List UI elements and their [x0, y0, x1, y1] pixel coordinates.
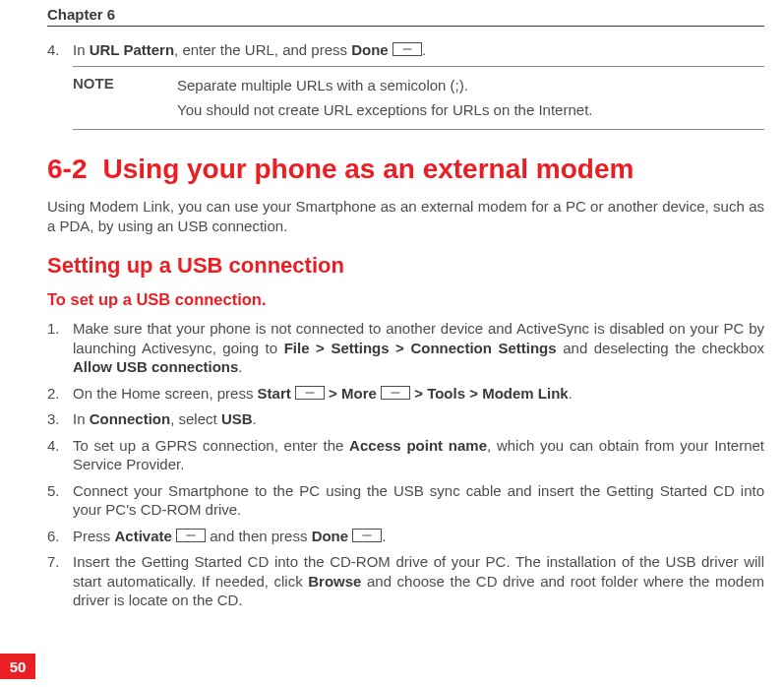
- step-number: 2.: [47, 384, 73, 404]
- text: .: [422, 41, 426, 58]
- menu-path: > Tools > Modem Link: [410, 385, 569, 402]
- list-item: 3. In Connection, select USB.: [47, 409, 764, 429]
- text: and deselecting the checkbox: [557, 340, 764, 356]
- text: In: [73, 410, 90, 427]
- text: On the Home screen, press: [73, 385, 258, 402]
- step-text: In URL Pattern, enter the URL, and press…: [73, 40, 764, 60]
- page-number-tab: 50: [0, 654, 35, 679]
- text: , select: [170, 410, 221, 427]
- softkey-label: Start: [258, 385, 291, 402]
- step-number: 7.: [47, 552, 73, 610]
- button-name: Browse: [308, 573, 361, 590]
- step-text: Press Activate and then press Done .: [73, 527, 764, 546]
- step-number: 5.: [47, 481, 73, 520]
- checkbox-name: Allow USB connections: [73, 358, 238, 375]
- list-item: 5. Connect your Smartphone to the PC usi…: [47, 481, 764, 520]
- list-item: 6. Press Activate and then press Done .: [47, 527, 764, 546]
- step-number: 4.: [47, 436, 73, 474]
- softkey-label: Activate: [115, 528, 172, 544]
- step-number: 3.: [47, 409, 73, 429]
- chapter-header: Chapter 6: [47, 0, 764, 27]
- step-text: Connect your Smartphone to the PC using …: [73, 481, 764, 520]
- step-text: In Connection, select USB.: [73, 409, 764, 429]
- text: In: [73, 41, 90, 58]
- step-text: To set up a GPRS connection, enter the A…: [73, 436, 764, 474]
- note-label: NOTE: [73, 75, 177, 122]
- softkey-icon: [176, 529, 206, 542]
- text: , enter the URL, and press: [174, 41, 351, 58]
- menu-path: File > Settings > Connection Settings: [284, 340, 557, 356]
- text: .: [569, 385, 573, 402]
- steps-list: 1. Make sure that your phone is not conn…: [47, 319, 764, 610]
- text: Connect your Smartphone to the PC using …: [73, 482, 764, 519]
- field-name: URL Pattern: [90, 41, 174, 58]
- text: .: [382, 528, 386, 544]
- note-body: Separate multiple URLs with a semicolon …: [177, 75, 764, 122]
- intro-step-row: 4. In URL Pattern, enter the URL, and pr…: [47, 40, 764, 60]
- softkey-label: > More: [325, 385, 377, 402]
- note-line-1: Separate multiple URLs with a semicolon …: [177, 75, 764, 96]
- step-number: 6.: [47, 527, 73, 546]
- option-value: USB: [221, 410, 253, 427]
- softkey-label: Done: [312, 528, 349, 544]
- step-number: 1.: [47, 319, 73, 377]
- step-number: 4.: [47, 40, 73, 60]
- sub-heading: Setting up a USB connection: [47, 253, 764, 279]
- softkey-icon: [381, 386, 410, 400]
- softkey-icon: [392, 42, 422, 56]
- section-number: 6-2: [47, 154, 87, 184]
- text: and then press: [206, 528, 312, 544]
- section-intro-paragraph: Using Modem Link, you can use your Smart…: [47, 197, 764, 235]
- list-item: 2. On the Home screen, press Start > Mor…: [47, 384, 764, 404]
- step-text: Insert the Getting Started CD into the C…: [73, 552, 764, 610]
- text: Press: [73, 528, 115, 544]
- note-block: NOTE Separate multiple URLs with a semic…: [73, 66, 764, 131]
- softkey-icon: [352, 529, 382, 542]
- field-name: Connection: [90, 410, 171, 427]
- sub-sub-heading: To set up a USB connection.: [47, 290, 764, 309]
- section-title: Using your phone as an external modem: [102, 154, 633, 184]
- list-item: 4. To set up a GPRS connection, enter th…: [47, 436, 764, 474]
- step-text: Make sure that your phone is not connect…: [73, 319, 764, 377]
- done-label: Done: [351, 41, 389, 58]
- list-item: 1. Make sure that your phone is not conn…: [47, 319, 764, 377]
- text: To set up a GPRS connection, enter the: [73, 437, 349, 454]
- list-item: 7. Insert the Getting Started CD into th…: [47, 552, 764, 610]
- softkey-icon: [295, 386, 325, 400]
- section-heading: 6-2Using your phone as an external modem: [47, 154, 764, 185]
- note-line-2: You should not create URL exceptions for…: [177, 99, 764, 121]
- text: .: [253, 410, 257, 427]
- step-text: On the Home screen, press Start > More >…: [73, 384, 764, 404]
- field-name: Access point name: [349, 437, 487, 454]
- text: .: [238, 358, 242, 375]
